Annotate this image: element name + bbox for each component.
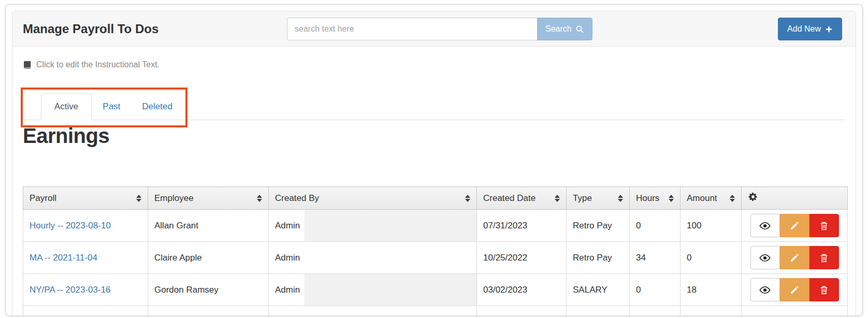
- add-new-button-label: Add New: [787, 24, 821, 34]
- actions-cell: [742, 274, 848, 306]
- delete-button[interactable]: [809, 246, 839, 269]
- sort-arrows-icon: [257, 195, 262, 202]
- type-cell: Retro Pay: [567, 242, 630, 274]
- amount-cell: 100: [681, 210, 742, 242]
- add-new-button[interactable]: Add New: [778, 18, 842, 40]
- created-by-cell: Admin: [269, 210, 477, 242]
- sort-arrows-icon: [555, 195, 560, 202]
- table-row: Hourly -- 2023-08-10 Allan Grant Admin 0…: [23, 210, 848, 242]
- panel-body: Click to edit the Instructional Text. Ac…: [12, 60, 856, 316]
- payroll-link[interactable]: NY/PA -- 2023-03-16: [30, 285, 111, 295]
- created-by-cell: Admin: [269, 242, 477, 274]
- book-icon: [23, 61, 32, 69]
- search-button-label: Search: [545, 24, 572, 34]
- employee-cell: Claire Apple: [148, 242, 269, 274]
- tab-deleted[interactable]: Deleted: [131, 94, 183, 120]
- instructional-text-row[interactable]: Click to edit the Instructional Text.: [23, 60, 845, 69]
- column-header-amount[interactable]: Amount: [681, 187, 742, 210]
- edit-button[interactable]: [780, 214, 809, 237]
- eye-icon: [759, 220, 771, 232]
- actions-cell: [742, 242, 848, 274]
- trash-icon: [819, 253, 829, 263]
- sort-arrows-icon: [669, 195, 674, 202]
- column-header-payroll[interactable]: Payroll: [23, 187, 148, 210]
- amount-cell: 0: [681, 242, 742, 274]
- covered-area: [305, 210, 476, 241]
- view-button[interactable]: [750, 214, 780, 237]
- search-input[interactable]: [287, 18, 537, 40]
- pencil-icon: [790, 253, 800, 263]
- column-header-actions[interactable]: [742, 187, 848, 210]
- panel: Manage Payroll To Dos Search Add New: [12, 11, 856, 316]
- gear-icon: [748, 192, 758, 202]
- sort-arrows-icon: [730, 195, 735, 202]
- employee-cell: Gordon Ramsey: [148, 274, 269, 306]
- created-date-cell: 03/02/2023: [477, 274, 567, 306]
- table-row-partial: [23, 306, 848, 316]
- earnings-table: Payroll Employee Created By Created: [23, 186, 848, 316]
- table-row: MA -- 2021-11-04 Claire Apple Admin 10/2…: [23, 242, 848, 274]
- pencil-icon: [790, 221, 800, 230]
- created-date-cell: 10/25/2022: [477, 242, 567, 274]
- tab-active[interactable]: Active: [41, 93, 92, 120]
- covered-area: [305, 274, 476, 306]
- hours-cell: 0: [630, 274, 681, 306]
- delete-button[interactable]: [809, 278, 839, 301]
- hours-cell: 34: [630, 242, 681, 274]
- search-button[interactable]: Search: [537, 18, 592, 40]
- view-button[interactable]: [750, 278, 780, 301]
- tabs: Active Past Deleted: [23, 93, 845, 120]
- sort-arrows-icon: [618, 195, 623, 202]
- actions-cell: [742, 210, 848, 242]
- column-header-created-date[interactable]: Created Date: [477, 187, 567, 210]
- employee-cell: Allan Grant: [148, 210, 269, 242]
- created-date-cell: 07/31/2023: [477, 210, 567, 242]
- magnifier-icon: [575, 25, 584, 34]
- view-button[interactable]: [750, 246, 780, 269]
- nav-tabs: Active Past Deleted: [23, 93, 845, 120]
- type-cell: Retro Pay: [567, 210, 630, 242]
- edit-button[interactable]: [780, 278, 809, 301]
- edit-button[interactable]: [780, 246, 809, 269]
- section-heading: Earnings: [23, 124, 845, 147]
- hours-cell: 0: [630, 210, 681, 242]
- payroll-link[interactable]: Hourly -- 2023-08-10: [30, 221, 111, 230]
- type-cell: SALARY: [567, 274, 630, 306]
- amount-cell: 18: [681, 274, 742, 306]
- tab-past[interactable]: Past: [92, 94, 131, 120]
- plus-icon: [825, 25, 833, 33]
- payroll-todos-card: Manage Payroll To Dos Search Add New: [5, 4, 863, 316]
- delete-button[interactable]: [809, 214, 839, 237]
- trash-icon: [819, 285, 829, 295]
- trash-icon: [819, 221, 829, 231]
- sort-arrows-icon: [136, 195, 141, 202]
- instructional-text: Click to edit the Instructional Text.: [36, 60, 160, 69]
- column-header-created-by[interactable]: Created By: [269, 187, 477, 210]
- sort-arrows-icon: [465, 195, 470, 202]
- page-title: Manage Payroll To Dos: [23, 22, 158, 36]
- column-header-hours[interactable]: Hours: [630, 187, 681, 210]
- pencil-icon: [790, 285, 800, 295]
- payroll-link[interactable]: MA -- 2021-11-04: [30, 253, 97, 263]
- table-row: NY/PA -- 2023-03-16 Gordon Ramsey Admin …: [23, 274, 848, 306]
- eye-icon: [759, 252, 771, 264]
- search-group: Search: [287, 18, 592, 40]
- column-header-employee[interactable]: Employee: [148, 187, 269, 210]
- table-header-row: Payroll Employee Created By Created: [23, 187, 848, 210]
- panel-heading: Manage Payroll To Dos Search Add New: [12, 11, 856, 47]
- column-header-type[interactable]: Type: [567, 187, 630, 210]
- created-by-cell: Admin: [269, 274, 477, 306]
- eye-icon: [759, 284, 771, 296]
